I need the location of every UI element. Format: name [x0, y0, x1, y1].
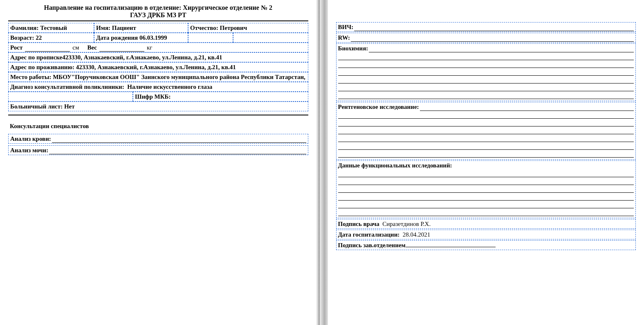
input-urine	[49, 148, 306, 154]
label-xray: Рентгеновское исследование:	[338, 103, 420, 111]
cell-surname: Фамилия: Тестовый	[8, 23, 94, 33]
label-res-address: Адрес по проживанию:	[10, 64, 74, 70]
document-title: Направление на госпитализацию в отделени…	[0, 0, 316, 19]
row-age: Возраст: 22 Дата рождения 06.03.1999	[8, 33, 308, 43]
cell-hosp-date: Дата госпитализации: 28.04.2021	[336, 230, 636, 239]
label-height: Рост	[10, 43, 22, 52]
unit-height: см	[72, 43, 79, 52]
cell-doctor-sign: Подпись врача Сиразетдинов Р.Х.	[336, 219, 636, 229]
cell-res-address: Адрес по проживанию: 423330, Азнакаевски…	[8, 62, 308, 72]
label-surname: Фамилия:	[10, 25, 38, 31]
input-func-3	[338, 186, 634, 193]
cell-head-sign: Подпись зав.отделением	[336, 240, 636, 250]
cell-xray: Рентгеновское исследование:	[336, 102, 636, 160]
label-rw: RW:	[338, 34, 351, 42]
input-func-1	[338, 171, 634, 177]
cell-age: Возраст: 22	[8, 33, 94, 43]
label-func: Данные функциональных исследований:	[338, 161, 634, 169]
input-rw	[351, 35, 634, 42]
input-func-2	[338, 178, 634, 185]
cell-sick-leave: Больничный лист: Нет	[8, 102, 308, 111]
cell-work: Место работы: МБОУ"Поручиковская ООШ" За…	[8, 72, 308, 82]
title-line-1: Направление на госпитализацию в отделени…	[8, 4, 308, 11]
input-xray-6	[338, 151, 634, 158]
cell-height-weight: Рост см Вес кг	[8, 43, 308, 52]
cell-empty-2	[233, 33, 308, 43]
input-biochem-5	[338, 85, 634, 91]
label-reg-address: Адрес по прописке	[10, 54, 62, 61]
title-line-2: ГАУЗ ДРКБ МЗ РТ	[8, 11, 308, 19]
label-diagnosis: Диагноз консультативной поликлиники:	[10, 84, 124, 90]
label-doctor-sign: Подпись врача	[338, 221, 379, 227]
input-xray-1	[338, 112, 634, 119]
input-func-5	[338, 202, 634, 208]
label-weight: Вес	[87, 43, 97, 52]
input-biochem-6	[338, 93, 634, 99]
label-head-sign: Подпись зав.отделением	[338, 242, 406, 248]
input-xray-4	[338, 135, 634, 142]
divider-mid	[8, 115, 308, 115]
label-urine: Анализ мочи:	[10, 146, 49, 154]
value-sick-leave: Нет	[64, 103, 75, 110]
label-biochem: Биохимия:	[338, 44, 369, 52]
page-1: Направление на госпитализацию в отделени…	[0, 0, 316, 325]
value-name: Пациент	[112, 25, 136, 31]
input-xray-2	[338, 120, 634, 126]
input-head-sign	[406, 241, 496, 247]
cell-rw: RW:	[336, 33, 636, 43]
value-diagnosis: Наличие искусственного глаза	[127, 84, 212, 90]
label-hiv: ВИЧ:	[338, 23, 355, 31]
cell-patronymic: Отчество: Петрович	[188, 23, 308, 33]
label-work: Место работы:	[10, 74, 51, 80]
divider-top	[8, 20, 308, 21]
value-doctor-sign: Сиразетдинов Р.Х.	[382, 221, 431, 227]
value-dob: 06.03.1999	[139, 34, 167, 41]
label-hosp-date: Дата госпитализации:	[338, 231, 400, 238]
cell-blood: Анализ крови:	[8, 134, 308, 144]
heading-consult: Консультации специалистов	[8, 117, 308, 134]
input-func-4	[338, 194, 634, 201]
input-hiv	[354, 25, 634, 31]
input-weight	[99, 46, 144, 52]
input-biochem-3	[338, 69, 634, 76]
label-dob: Дата рождения	[96, 34, 138, 41]
row-mkb: Шифр МКБ:	[8, 92, 308, 102]
value-age: 22	[36, 34, 42, 41]
input-biochem-1	[338, 54, 634, 60]
input-biochem-2	[338, 61, 634, 68]
cell-mkb: Шифр МКБ:	[133, 92, 308, 102]
label-blood: Анализ крови:	[10, 135, 52, 143]
input-xray-3	[338, 128, 634, 134]
cell-urine: Анализ мочи:	[8, 145, 308, 155]
value-surname: Тестовый	[40, 25, 67, 31]
label-patronymic: Отчество:	[190, 25, 218, 31]
input-xray-5	[338, 143, 634, 150]
cell-biochem: Биохимия:	[336, 43, 636, 101]
cell-func: Данные функциональных исследований:	[336, 160, 636, 218]
page-gap	[316, 0, 328, 325]
label-mkb: Шифр МКБ:	[135, 93, 171, 100]
label-name: Имя:	[96, 25, 110, 31]
cell-hiv: ВИЧ:	[336, 22, 636, 32]
row-name: Фамилия: Тестовый Имя: Пациент Отчество:…	[8, 23, 308, 33]
value-reg-address: 423330, Азнакаевский, г.Азнакаево, ул.Ле…	[62, 54, 222, 61]
value-work: МБОУ"Поручиковская ООШ" Заинского муници…	[53, 74, 305, 80]
cell-dob: Дата рождения 06.03.1999	[94, 33, 188, 43]
label-sick-leave: Больничный лист:	[10, 103, 63, 110]
cell-mkb-left	[8, 92, 133, 102]
input-height	[25, 46, 70, 52]
value-res-address: 423330, Азнакаевский, г.Азнакаево, ул.Ле…	[76, 64, 236, 70]
label-age: Возраст:	[10, 34, 34, 41]
cell-empty-1	[188, 33, 233, 43]
input-biochem-4	[338, 77, 634, 84]
page-2: ВИЧ: RW: Биохимия:	[328, 0, 644, 325]
input-biochem-0	[369, 46, 634, 52]
input-func-6	[338, 210, 634, 216]
input-blood	[52, 136, 306, 143]
cell-name: Имя: Пациент	[94, 23, 188, 33]
value-patronymic: Петрович	[220, 25, 247, 31]
unit-weight: кг	[147, 43, 152, 52]
cell-diagnosis: Диагноз консультативной поликлиники: Нал…	[8, 82, 308, 92]
input-xray-0	[420, 104, 634, 111]
value-hosp-date: 28.04.2021	[403, 231, 431, 238]
